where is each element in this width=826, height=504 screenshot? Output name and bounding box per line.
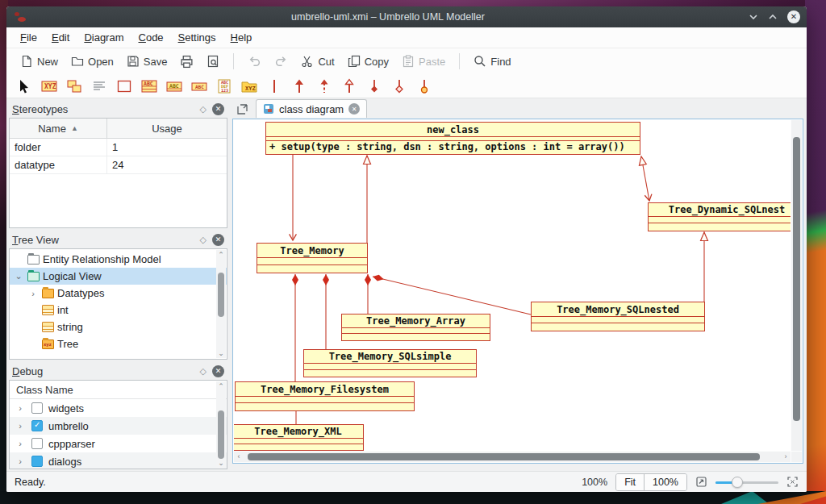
uml-class-Tree_Memory_Filesystem[interactable]: Tree_Memory_Filesystem [235, 381, 415, 411]
minimize-icon[interactable] [749, 13, 758, 21]
printer-icon [180, 55, 194, 69]
uml-class-Tree_Memory_SQLsimple[interactable]: Tree_Memory_SQLsimple [303, 349, 477, 377]
canvas-vertical-scrollbar[interactable] [791, 120, 802, 451]
scroll-up-icon[interactable]: ⌃ [216, 381, 226, 391]
float-panel-icon[interactable]: ◇ [200, 104, 206, 115]
class-tool[interactable]: XYZ [40, 77, 59, 96]
template-tool[interactable]: ABCDEF123 [215, 77, 234, 96]
save-button[interactable]: Save [121, 52, 173, 71]
scroll-right-icon[interactable]: › [781, 452, 791, 461]
fit-zoom-button[interactable]: Fit [616, 474, 644, 490]
print-preview-button[interactable] [201, 52, 225, 71]
scroll-down-icon[interactable]: ⌄ [216, 458, 226, 468]
maximize-icon[interactable] [768, 13, 778, 21]
checkbox-unchecked[interactable] [31, 438, 43, 449]
expander-right-icon[interactable]: › [27, 289, 39, 298]
debug-item-umbrello[interactable]: ›umbrello [10, 417, 227, 435]
dependency-tool[interactable] [315, 77, 334, 96]
debug-item-dialogs[interactable]: ›dialogs [10, 452, 227, 469]
aggregation-tool[interactable] [390, 77, 409, 96]
menu-file[interactable]: File [13, 28, 44, 47]
scroll-up-icon[interactable]: ⌃ [216, 250, 226, 260]
uml-class-Tree_Dynamic_SQLnest[interactable]: Tree_Dynamic_SQLnest [648, 202, 791, 231]
menu-help[interactable]: Help [223, 28, 260, 47]
menu-diagram[interactable]: Diagram [77, 28, 131, 47]
tree-view-scrollbar[interactable]: ⌃ ⌄ [216, 250, 226, 358]
tab-class-diagram[interactable]: class diagram ✕ [256, 99, 367, 118]
close-tab-icon[interactable]: ✕ [348, 103, 360, 115]
find-button[interactable]: Find [468, 52, 516, 71]
containment-tool[interactable] [415, 77, 434, 96]
redo-button[interactable] [269, 52, 294, 72]
composition-tool[interactable] [365, 77, 384, 96]
close-panel-icon[interactable]: ✕ [212, 103, 224, 115]
generalization-tool[interactable] [340, 77, 359, 96]
sidebar-item-datatypes[interactable]: ›Datatypes [10, 285, 227, 302]
uml-class-new_class[interactable]: new_class+ setup(type : string, dsn : st… [265, 122, 640, 155]
zoom-settings-icon[interactable] [695, 476, 707, 488]
copy-button[interactable]: Copy [342, 52, 394, 71]
expander-right-icon[interactable]: › [15, 421, 26, 431]
open-button[interactable]: Open [65, 52, 119, 71]
select-tool[interactable] [15, 77, 34, 96]
uml-relationship-line[interactable] [373, 277, 531, 314]
note-tool[interactable] [90, 77, 109, 96]
new-button[interactable]: New [15, 52, 64, 71]
expander-down-icon[interactable]: ⌄ [13, 271, 24, 281]
box-tool[interactable] [115, 77, 134, 96]
paste-button[interactable]: Paste [396, 52, 451, 71]
zoom-100-button[interactable]: 100% [644, 474, 686, 490]
expander-right-icon[interactable]: › [15, 403, 26, 413]
expander-right-icon[interactable]: › [15, 456, 26, 466]
canvas-horizontal-scrollbar[interactable]: ‹ › [234, 452, 791, 462]
fullscreen-icon[interactable] [786, 476, 799, 488]
sidebar-item-tree[interactable]: Tree [10, 335, 227, 352]
uml-class-Tree_Memory_XML[interactable]: Tree_Memory_XML [234, 424, 364, 451]
print-button[interactable] [174, 52, 199, 72]
debug-item-widgets[interactable]: ›widgets [10, 399, 227, 417]
directed-association-tool[interactable] [290, 77, 309, 96]
close-panel-icon[interactable]: ✕ [212, 365, 224, 377]
menu-edit[interactable]: Edit [44, 28, 77, 47]
menu-settings[interactable]: Settings [171, 28, 223, 47]
sidebar-item-string[interactable]: string [10, 319, 227, 335]
titlebar[interactable]: umbrello-uml.xmi – Umbrello UML Modeller… [6, 6, 807, 27]
expander-right-icon[interactable]: › [15, 439, 26, 448]
table-row[interactable]: folder1 [10, 139, 227, 156]
enum-tool[interactable]: ABC [190, 77, 209, 96]
menu-code[interactable]: Code [131, 28, 171, 47]
close-window-icon[interactable]: ✕ [787, 10, 800, 23]
debug-panel-title: Debug [12, 365, 43, 377]
zoom-slider-handle[interactable] [732, 477, 743, 488]
uml-class-Tree_Memory[interactable]: Tree_Memory [257, 243, 368, 273]
checkbox-checked[interactable] [31, 420, 43, 431]
column-header-usage[interactable]: Usage [107, 119, 227, 138]
scroll-left-icon[interactable]: ‹ [234, 452, 244, 461]
close-panel-icon[interactable]: ✕ [212, 234, 224, 246]
debug-scrollbar[interactable]: ⌃ ⌄ [216, 381, 226, 468]
checkbox-unchecked[interactable] [31, 402, 43, 414]
sidebar-item-int[interactable]: int [10, 302, 227, 319]
table-row[interactable]: datatype24 [10, 156, 227, 174]
undo-button[interactable] [242, 52, 267, 72]
datatype-tool[interactable]: ABC [165, 77, 184, 96]
uml-class-Tree_Memory_SQLnested[interactable]: Tree_Memory_SQLnested [531, 302, 705, 331]
sidebar-item-entity-relationship-model[interactable]: Entity Relationship Model [10, 251, 227, 268]
folder-tool[interactable]: XYZ [240, 77, 259, 96]
association-tool[interactable] [265, 77, 284, 96]
interface-tool[interactable]: ABC [140, 77, 159, 96]
uml-relationship-line[interactable] [641, 156, 649, 201]
float-panel-icon[interactable]: ◇ [200, 366, 206, 377]
diagram-canvas[interactable]: new_class+ setup(type : string, dsn : st… [234, 120, 791, 451]
cut-button[interactable]: Cut [295, 52, 340, 71]
uml-class-Tree_Memory_Array[interactable]: Tree_Memory_Array [341, 314, 490, 341]
zoom-slider[interactable] [715, 476, 778, 489]
new-tab-button[interactable] [232, 100, 252, 118]
sidebar-item-logical-view[interactable]: ⌄Logical View [10, 268, 227, 285]
package-tool[interactable] [65, 77, 84, 96]
debug-item-cppparser[interactable]: ›cppparser [10, 435, 227, 452]
float-panel-icon[interactable]: ◇ [200, 235, 206, 245]
column-header-name[interactable]: Name ▲ [10, 119, 107, 138]
scroll-down-icon[interactable]: ⌄ [216, 348, 226, 358]
checkbox-partial[interactable] [31, 456, 43, 467]
